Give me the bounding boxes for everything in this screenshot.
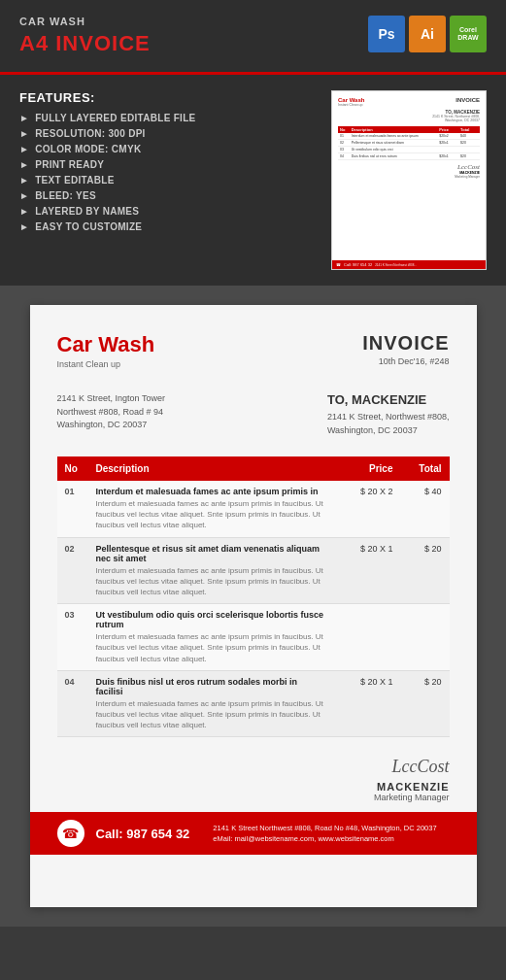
main-content: Car Wash Instant Clean up INVOICE 10th D… (0, 286, 506, 927)
row-title: Ut vestibulum odio quis orci scelerisque… (96, 610, 325, 629)
row-desc-cell: Ut vestibulum odio quis orci scelerisque… (88, 604, 333, 671)
brand-subtitle: Instant Clean up (57, 359, 155, 369)
row-title: Duis finibus nisl ut eros rutrum sodales… (96, 677, 325, 696)
col-total: Total (401, 456, 450, 481)
features-section: FEATURES: ► FULLY LAYERED EDITABLE FILE … (0, 75, 506, 286)
table-row: 03 Ut vestibulum odio quis orci sceleris… (57, 604, 450, 671)
footer-contact-info: 2141 K Street Northwest #808, Road No #4… (213, 823, 436, 845)
features-title: FEATURES: (19, 90, 312, 105)
phone-icon: ☎ (57, 820, 84, 847)
features-left: FEATURES: ► FULLY LAYERED EDITABLE FILE … (19, 90, 312, 237)
product-title: A4 INVOICE (19, 31, 151, 56)
top-right: Ps Ai CorelDRAW (368, 16, 487, 52)
table-row: 01 Interdum et malesuada fames ac ante i… (57, 481, 450, 537)
invoice-table: No Description Price Total 01 Interdum e… (57, 456, 450, 737)
product-type: CAR WASH (19, 16, 151, 27)
feature-item-2: ► RESOLUTION: 300 DPI (19, 128, 312, 139)
col-no: No (57, 456, 88, 481)
feature-item-4: ► PRINT READY (19, 159, 312, 170)
arrow-icon-6: ► (19, 190, 29, 201)
table-row: 04 Duis finibus nisl ut eros rutrum soda… (57, 670, 450, 737)
signature-image: LccCost (57, 757, 450, 777)
invoice-title-block: INVOICE 10th Dec'16, #248 (362, 332, 449, 366)
col-description: Description (88, 456, 333, 481)
phone-symbol: ☎ (62, 826, 79, 841)
row-title: Interdum et malesuada fames ac ante ipsu… (96, 487, 325, 496)
row-price: $ 20 X 2 (333, 481, 401, 537)
coreldraw-badge: CorelDRAW (450, 16, 487, 52)
arrow-icon-2: ► (19, 128, 29, 139)
arrow-icon-3: ► (19, 144, 29, 154)
invoice-date: 10th Dec'16, #248 (362, 356, 449, 366)
row-description: Interdum et malesuada fames ac ante ipsu… (96, 565, 325, 598)
row-description: Interdum et malesuada fames ac ante ipsu… (96, 698, 325, 731)
arrow-icon-4: ► (19, 159, 29, 170)
signature-title: Marketing Manager (57, 793, 450, 802)
footer-email: eMail: mail@websitename.com, www.website… (213, 833, 436, 844)
to-label: TO, MACKENZIE (327, 392, 450, 407)
footer-address: 2141 K Street Northwest #808, Road No #4… (213, 823, 436, 833)
feature-item-8: ► EASY TO CUSTOMIZE (19, 221, 312, 232)
feature-item-1: ► FULLY LAYERED EDITABLE FILE (19, 113, 312, 123)
invoice-brand: Car Wash Instant Clean up (57, 332, 155, 369)
arrow-icon-1: ► (19, 113, 29, 123)
invoice-addresses: 2141 K Street, Ington Tower Northwest #8… (57, 392, 450, 437)
footer-phone-number: Call: 987 654 32 (96, 827, 190, 841)
brand-name: Car Wash (57, 332, 155, 357)
invoice-document: Car Wash Instant Clean up INVOICE 10th D… (30, 305, 477, 907)
invoice-body: Car Wash Instant Clean up INVOICE 10th D… (30, 305, 477, 737)
row-no: 01 (57, 481, 88, 537)
table-row: 02 Pellentesque et risus sit amet diam v… (57, 537, 450, 604)
invoice-header: Car Wash Instant Clean up INVOICE 10th D… (57, 332, 450, 369)
row-no: 03 (57, 604, 88, 671)
row-price: $ 20 X 1 (333, 670, 401, 737)
top-section: CAR WASH A4 INVOICE Ps Ai CorelDRAW (0, 0, 506, 72)
row-total: $ 20 (401, 670, 450, 737)
row-total: $ 40 (401, 481, 450, 537)
feature-item-6: ► BLEED: YES (19, 190, 312, 201)
invoice-footer: ☎ Call: 987 654 32 2141 K Street Northwe… (30, 812, 477, 855)
to-address: TO, MACKENZIE 2141 K Street, Northwest #… (327, 392, 450, 437)
illustrator-badge: Ai (409, 16, 446, 52)
signature-name: MACKENZIE (57, 781, 450, 793)
col-price: Price (333, 456, 401, 481)
preview-thumbnail: Car Wash Instant Clean up INVOICE TO, MA… (331, 90, 487, 270)
row-description: Interdum et malesuada fames ac ante ipsu… (96, 631, 325, 664)
photoshop-badge: Ps (368, 16, 405, 52)
arrow-icon-5: ► (19, 175, 29, 186)
row-description: Interdum et malesuada fames ac ante ipsu… (96, 498, 325, 531)
feature-item-7: ► LAYERED BY NAMES (19, 206, 312, 217)
arrow-icon-8: ► (19, 221, 29, 232)
row-total: $ 20 (401, 537, 450, 604)
row-desc-cell: Duis finibus nisl ut eros rutrum sodales… (88, 670, 333, 737)
arrow-icon-7: ► (19, 206, 29, 217)
signature-block: LccCost MACKENZIE Marketing Manager (30, 757, 477, 812)
from-address: 2141 K Street, Ington Tower Northwest #8… (57, 392, 165, 437)
row-desc-cell: Interdum et malesuada fames ac ante ipsu… (88, 481, 333, 537)
row-price (333, 604, 401, 671)
top-left: CAR WASH A4 INVOICE (19, 16, 151, 56)
row-no: 02 (57, 537, 88, 604)
feature-item-5: ► TEXT EDITABLE (19, 175, 312, 186)
row-total (401, 604, 450, 671)
row-desc-cell: Pellentesque et risus sit amet diam vene… (88, 537, 333, 604)
invoice-title: INVOICE (362, 332, 449, 355)
invoice-preview: Car Wash Instant Clean up INVOICE TO, MA… (331, 90, 487, 270)
feature-item-3: ► COLOR MODE: CMYK (19, 144, 312, 154)
row-price: $ 20 X 1 (333, 537, 401, 604)
row-no: 04 (57, 670, 88, 737)
row-title: Pellentesque et risus sit amet diam vene… (96, 544, 325, 563)
